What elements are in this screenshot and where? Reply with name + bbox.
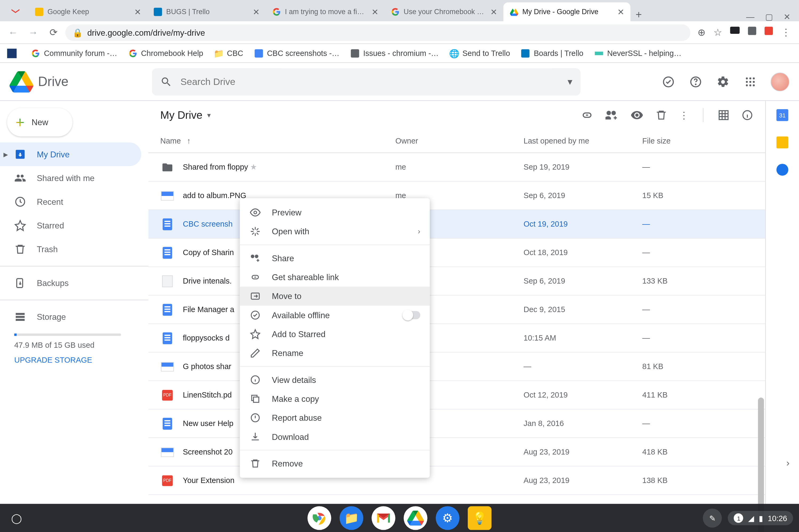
browser-tab[interactable] — [5, 2, 28, 21]
bookmark-item[interactable]: 🌐Send to Trello — [449, 49, 510, 58]
more-actions-icon[interactable]: ⋮ — [679, 110, 689, 121]
close-window-icon[interactable]: ✕ — [783, 12, 791, 22]
search-box[interactable]: ▾ — [152, 68, 581, 95]
settings-gear-icon[interactable] — [716, 75, 730, 89]
help-icon[interactable] — [688, 75, 703, 89]
stylus-button[interactable]: ✎ — [703, 509, 722, 528]
add-page-icon[interactable]: ⊕ — [698, 26, 705, 38]
col-size[interactable]: File size — [642, 137, 754, 145]
bookmark-item[interactable]: Boards | Trello — [521, 49, 583, 58]
bookmark-item[interactable]: NeverSSL - helping… — [594, 49, 682, 58]
ctx-report-abuse[interactable]: Report abuse — [240, 408, 430, 427]
bookmark-star-icon[interactable]: ☆ — [714, 26, 722, 38]
nav-shared[interactable]: Shared with me — [0, 166, 141, 190]
ctx-add-to-starred[interactable]: Add to Starred — [240, 325, 430, 343]
preview-icon[interactable] — [630, 109, 644, 122]
new-tab-button[interactable]: + — [630, 9, 647, 21]
ctx-get-shareable-link[interactable]: Get shareable link — [240, 268, 430, 286]
nav-my-drive[interactable]: ▶ My Drive — [0, 142, 141, 166]
nav-recent[interactable]: Recent — [0, 190, 141, 213]
ctx-download[interactable]: Download — [240, 428, 430, 446]
bookmark-item[interactable]: CBC screenshots -… — [254, 49, 339, 58]
forward-button[interactable]: → — [25, 24, 41, 40]
col-date[interactable]: Last opened by me — [524, 137, 642, 145]
bookmark-item[interactable]: Issues - chromium -… — [350, 49, 439, 58]
back-button[interactable]: ← — [5, 24, 21, 40]
reload-button[interactable]: ⟳ — [45, 24, 61, 40]
upgrade-storage-link[interactable]: UPGRADE STORAGE — [14, 356, 148, 364]
svg-rect-17 — [719, 111, 728, 119]
delete-icon[interactable] — [655, 109, 667, 121]
bookmark-item[interactable]: 📁CBC — [214, 49, 243, 58]
caret-right-icon[interactable]: ▶ — [3, 151, 8, 158]
expand-side-panel-icon[interactable]: › — [786, 457, 790, 468]
minimize-icon[interactable]: — — [746, 12, 755, 22]
status-tray[interactable]: 1 ◢ ▮ 10:26 — [728, 511, 793, 525]
ctx-remove[interactable]: Remove — [240, 454, 430, 473]
share-icon[interactable] — [605, 109, 619, 122]
browser-tab[interactable]: My Drive - Google Drive✕ — [503, 2, 630, 21]
nav-starred[interactable]: Starred — [0, 213, 141, 237]
browser-tab[interactable]: Google Keep✕ — [28, 2, 147, 21]
close-tab-icon[interactable]: ✕ — [372, 7, 379, 17]
ctx-open-with[interactable]: Open with› — [240, 222, 430, 241]
bookmark-item[interactable] — [7, 49, 20, 58]
browser-tab[interactable]: BUGS | Trello✕ — [147, 2, 266, 21]
ctx-view-details[interactable]: View details — [240, 370, 430, 389]
extension-icon-2[interactable] — [748, 26, 756, 35]
extension-icon-3[interactable] — [765, 26, 773, 35]
close-tab-icon[interactable]: ✕ — [490, 7, 497, 17]
ctx-make-a-copy[interactable]: Make a copy — [240, 389, 430, 408]
nav-storage[interactable]: Storage — [0, 305, 141, 329]
nav-backups[interactable]: Backups — [0, 271, 141, 295]
browser-tab[interactable]: I am trying to move a file fron✕ — [266, 2, 385, 21]
grid-view-icon[interactable] — [718, 109, 730, 121]
shelf-gmail-icon[interactable] — [372, 506, 395, 530]
col-name[interactable]: Name↑ — [160, 137, 396, 145]
ctx-share[interactable]: Share — [240, 249, 430, 268]
calendar-addon-icon[interactable]: 31 — [776, 109, 788, 121]
get-link-icon[interactable] — [581, 109, 594, 122]
tasks-addon-icon[interactable] — [776, 164, 788, 176]
close-tab-icon[interactable]: ✕ — [253, 7, 260, 17]
info-icon[interactable] — [741, 109, 754, 121]
shelf-chrome-icon[interactable] — [308, 506, 331, 530]
drive-logo[interactable]: Drive — [9, 70, 147, 93]
shelf-files-icon[interactable]: 📁 — [340, 506, 363, 530]
col-owner[interactable]: Owner — [395, 137, 524, 145]
offline-toggle[interactable] — [402, 311, 420, 319]
folder-dropdown-icon[interactable]: ▼ — [206, 112, 212, 118]
bookmark-item[interactable]: Community forum -… — [31, 49, 117, 58]
shelf-keep-icon[interactable]: 💡 — [468, 506, 491, 530]
close-tab-icon[interactable]: ✕ — [134, 7, 141, 17]
address-bar[interactable]: 🔒 drive.google.com/drive/my-drive — [65, 24, 690, 40]
bookmark-item[interactable]: Chromebook Help — [128, 49, 203, 58]
clock-text: 10:26 — [768, 514, 787, 522]
folder-title[interactable]: My Drive — [160, 109, 203, 121]
apps-grid-icon[interactable] — [743, 75, 757, 89]
search-input[interactable] — [180, 76, 559, 87]
chevron-right-icon: › — [418, 227, 420, 236]
account-avatar[interactable] — [771, 72, 790, 91]
shelf-drive-icon[interactable] — [404, 506, 427, 530]
ctx-move-to[interactable]: Move to — [240, 287, 430, 306]
close-tab-icon[interactable]: ✕ — [617, 7, 625, 17]
browser-tab[interactable]: Use your Chromebook touchp✕ — [385, 2, 503, 21]
nav-trash[interactable]: Trash — [0, 238, 141, 261]
share-icon — [249, 253, 261, 263]
browser-menu-icon[interactable]: ⋮ — [781, 26, 791, 38]
ctx-preview[interactable]: Preview — [240, 203, 430, 222]
maximize-icon[interactable]: ▢ — [765, 12, 773, 22]
extension-icon-1[interactable] — [730, 26, 740, 34]
new-button[interactable]: + New — [7, 108, 73, 137]
keep-addon-icon[interactable] — [776, 137, 788, 149]
bookmark-label: CBC screenshots -… — [267, 49, 339, 58]
ctx-available-offline[interactable]: Available offline — [240, 306, 430, 325]
ctx-rename[interactable]: Rename — [240, 343, 430, 362]
file-date: Aug 23, 2019 — [524, 448, 642, 456]
file-row[interactable]: Shared from floppy ★meSep 19, 2019— — [148, 153, 765, 182]
shelf-settings-icon[interactable]: ⚙ — [436, 506, 459, 530]
offline-ready-icon[interactable] — [661, 75, 676, 89]
launcher-button[interactable]: ◯ — [6, 508, 27, 529]
search-dropdown-icon[interactable]: ▾ — [568, 76, 572, 87]
